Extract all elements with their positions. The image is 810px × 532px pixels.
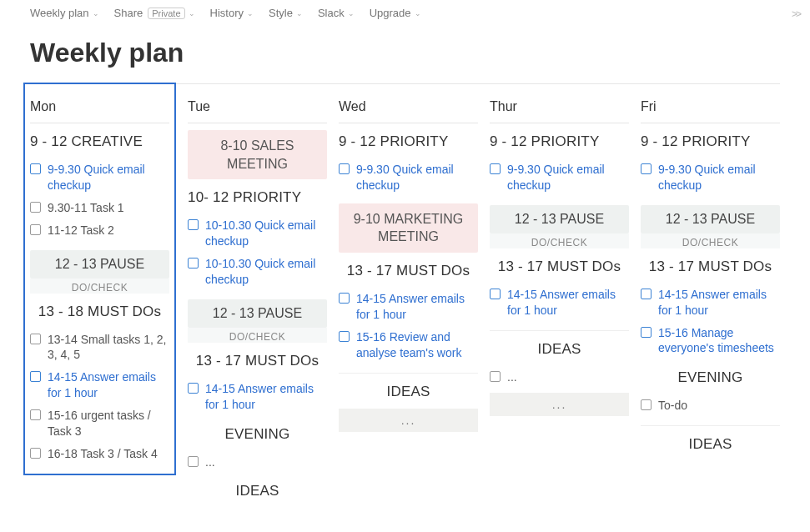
checkbox-icon[interactable] [30,224,41,235]
checkbox-icon[interactable] [490,371,501,382]
task-item[interactable]: 15-16 Manage everyone's timesheets [641,322,780,360]
task-item[interactable]: 10-10.30 Quick email checkup [188,214,327,253]
task-list: ... [188,446,327,474]
menu-item-slack[interactable]: Slack⌄ [318,7,355,19]
checkbox-icon[interactable] [30,371,41,382]
section-heading: 9 - 12 CREATIVE [30,123,169,153]
task-item[interactable]: 9-9.30 Quick email checkup [339,158,478,197]
task-item[interactable]: 14-15 Answer emails for 1 hour [641,284,780,322]
task-item[interactable]: 9-9.30 Quick email checkup [641,158,780,197]
task-text: 14-15 Answer emails for 1 hour [205,381,327,413]
checkbox-icon[interactable] [339,293,350,304]
task-item[interactable]: 9-9.30 Quick email checkup [490,158,629,197]
task-item[interactable]: To-do [641,394,780,417]
section-heading: EVENING [641,359,780,389]
checkbox-icon[interactable] [641,289,652,299]
section-heading: IDEAS [490,331,629,361]
task-text: 14-15 Answer emails for 1 hour [48,369,169,401]
task-text: 9-9.30 Quick email checkup [507,162,629,193]
topbar: Weekly plan⌄SharePrivate⌄History⌄Style⌄S… [0,0,810,26]
section-heading: 13 - 17 MUST DOs [339,253,478,283]
task-text: 14-15 Answer emails for 1 hour [356,291,478,323]
expand-icon[interactable]: >> [792,8,800,20]
checkbox-icon[interactable] [188,456,199,467]
task-list: 9-9.30 Quick email checkup9.30-11 Task 1… [30,153,169,242]
chevron-down-icon: ⌄ [247,9,254,18]
menu-item-label: Upgrade [370,7,411,19]
section-heading: 9 - 12 PRIORITY [641,123,780,153]
task-item[interactable]: 14-15 Answer emails for 1 hour [339,288,478,326]
placeholder-row[interactable]: ... [339,409,478,432]
task-list: 14-15 Answer emails for 1 hour15-16 Revi… [339,283,478,364]
task-text: 15-16 Manage everyone's timesheets [658,325,780,357]
checkbox-icon[interactable] [30,163,41,174]
checkbox-icon[interactable] [641,327,652,338]
section-heading: 9 - 12 PRIORITY [339,123,478,153]
chevron-down-icon: ⌄ [93,9,99,18]
task-text: 14-15 Answer emails for 1 hour [658,287,780,319]
menu-item-label: Weekly plan [30,7,89,19]
checkbox-icon[interactable] [641,163,652,174]
task-text: 13-14 Small tasks 1, 2, 3, 4, 5 [48,332,169,364]
section-heading: IDEAS [188,473,327,503]
meeting-pill: 8-10 SALES MEETING [188,130,327,179]
task-list: 14-15 Answer emails for 1 hour15-16 Mana… [641,279,780,360]
menu-item-weekly-plan[interactable]: Weekly plan⌄ [30,7,99,19]
checkbox-icon[interactable] [641,399,652,410]
checkbox-icon[interactable] [490,163,501,174]
chevron-down-icon: ⌄ [189,9,195,18]
meeting-pill: 9-10 MARKETING MEETING [339,203,478,253]
task-text: ... [507,369,629,385]
task-item[interactable]: ... [188,451,327,474]
day-header: Tue [188,84,327,123]
task-item[interactable]: 11-12 Task 2 [30,219,169,242]
section-heading: 13 - 18 MUST DOs [30,294,169,324]
task-item[interactable]: ... [490,366,629,389]
task-item[interactable]: 15-16 urgent tasks / Task 3 [30,404,169,443]
menu-item-label: Style [269,7,293,19]
checkbox-icon[interactable] [30,448,41,459]
placeholder-row[interactable]: ... [490,393,629,416]
board: Mon9 - 12 CREATIVE9-9.30 Quick email che… [30,84,780,503]
task-list: To-do [641,389,780,417]
pause-subtitle: DO/CHECK [641,233,780,248]
day-header: Thur [490,84,629,123]
task-text: 11-12 Task 2 [48,223,169,238]
checkbox-icon[interactable] [339,163,350,174]
section-heading: EVENING [188,416,327,446]
task-item[interactable]: 9-9.30 Quick email checkup [30,158,169,197]
checkbox-icon[interactable] [188,258,199,269]
pause-subtitle: DO/CHECK [188,328,327,343]
task-item[interactable]: 10-10.30 Quick email checkup [188,253,327,291]
task-text: ... [205,454,327,470]
section-heading: IDEAS [641,426,780,456]
task-item[interactable]: 13-14 Small tasks 1, 2, 3, 4, 5 [30,329,169,367]
menu-item-upgrade[interactable]: Upgrade⌄ [370,7,421,19]
menu-item-history[interactable]: History⌄ [210,7,254,19]
checkbox-icon[interactable] [30,202,41,213]
task-text: 16-18 Task 3 / Task 4 [48,446,169,462]
task-text: 9-9.30 Quick email checkup [356,162,478,193]
task-item[interactable]: 9.30-11 Task 1 [30,197,169,219]
menu-item-style[interactable]: Style⌄ [269,7,303,19]
task-item[interactable]: 14-15 Answer emails for 1 hour [188,378,327,416]
checkbox-icon[interactable] [188,219,199,230]
task-item[interactable]: 16-18 Task 3 / Task 4 [30,443,169,465]
task-list: 13-14 Small tasks 1, 2, 3, 4, 514-15 Ans… [30,324,169,465]
task-item[interactable]: 14-15 Answer emails for 1 hour [30,366,169,404]
checkbox-icon[interactable] [30,334,41,344]
day-column-fri: Fri9 - 12 PRIORITY9-9.30 Quick email che… [641,84,780,456]
checkbox-icon[interactable] [30,409,41,420]
menu-item-label: Slack [318,7,345,19]
chevron-down-icon: ⌄ [415,9,421,18]
task-text: 14-15 Answer emails for 1 hour [507,287,629,319]
checkbox-icon[interactable] [339,331,350,342]
section-heading: 13 - 17 MUST DOs [490,248,629,279]
task-list: 9-9.30 Quick email checkup [339,153,478,197]
menu-item-share[interactable]: SharePrivate⌄ [114,7,195,19]
task-text: 10-10.30 Quick email checkup [205,256,327,288]
checkbox-icon[interactable] [188,383,199,394]
task-item[interactable]: 15-16 Review and analyse team's work [339,326,478,364]
task-item[interactable]: 14-15 Answer emails for 1 hour [490,284,629,322]
checkbox-icon[interactable] [490,289,501,299]
